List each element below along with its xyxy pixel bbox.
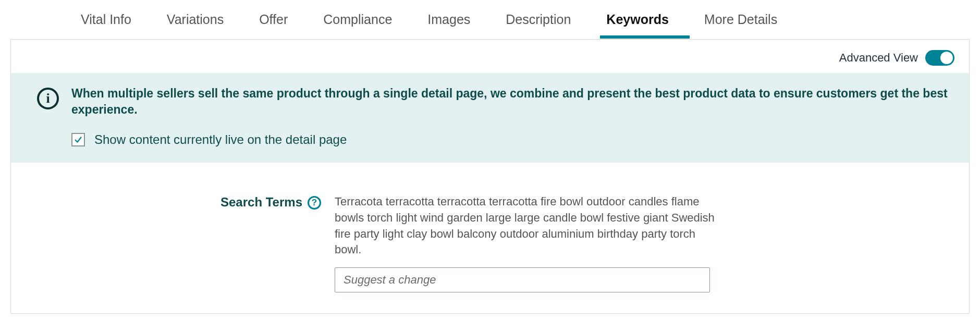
show-live-content-label: Show content currently live on the detai… (94, 132, 347, 147)
search-terms-value: Terracota terracotta terracotta terracot… (335, 194, 720, 258)
info-banner: i When multiple sellers sell the same pr… (11, 73, 969, 163)
tab-offer[interactable]: Offer (259, 2, 288, 38)
panel-toolbar: Advanced View (11, 40, 969, 73)
tab-keywords[interactable]: Keywords (606, 2, 668, 38)
tab-images[interactable]: Images (427, 2, 470, 38)
help-icon[interactable]: ? (308, 196, 321, 210)
search-terms-label: Search Terms (220, 195, 302, 210)
tab-more-details[interactable]: More Details (704, 2, 777, 38)
tab-description[interactable]: Description (506, 2, 571, 38)
tab-variations[interactable]: Variations (167, 2, 224, 38)
tab-bar: Vital Info Variations Offer Compliance I… (0, 0, 980, 39)
info-banner-message: When multiple sellers sell the same prod… (71, 85, 953, 118)
check-icon (74, 135, 83, 144)
search-terms-input[interactable] (335, 267, 710, 292)
advanced-view-toggle[interactable] (925, 50, 954, 66)
tab-panel: Advanced View i When multiple sellers se… (10, 39, 970, 314)
form-area: Search Terms ? Terracota terracotta terr… (11, 163, 969, 313)
tab-vital-info[interactable]: Vital Info (81, 2, 131, 38)
info-icon: i (37, 88, 59, 109)
show-live-content-checkbox[interactable] (71, 133, 85, 146)
tab-compliance[interactable]: Compliance (323, 2, 392, 38)
advanced-view-label: Advanced View (839, 51, 918, 65)
